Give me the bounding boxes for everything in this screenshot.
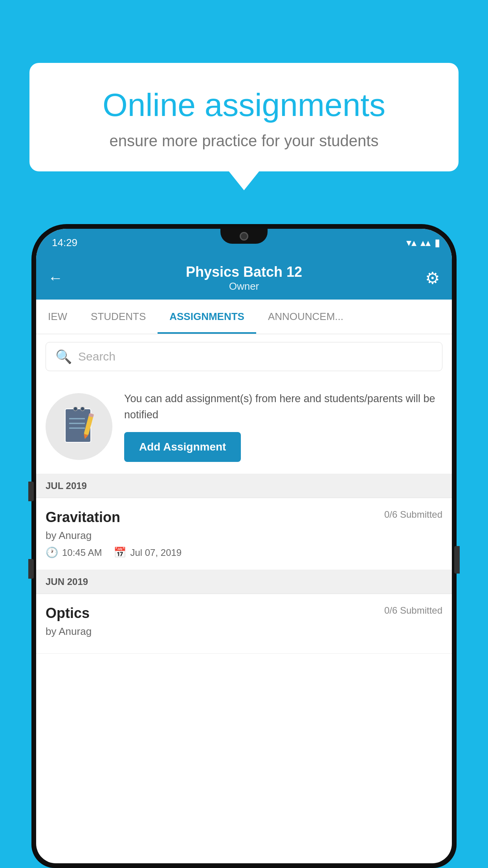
meta-time: 🕐 10:45 AM — [46, 546, 102, 559]
assignment-top: Gravitation 0/6 Submitted — [46, 509, 442, 526]
search-icon: 🔍 — [55, 349, 72, 364]
assignment-item-gravitation[interactable]: Gravitation 0/6 Submitted by Anurag 🕐 10… — [36, 498, 452, 570]
power-button — [454, 546, 460, 574]
signal-icon: ▴▴ — [420, 237, 431, 249]
assignment-submitted: 0/6 Submitted — [384, 509, 442, 520]
phone-frame: 14:29 ▾▴ ▴▴ ▮ ← Physics Batch 12 Owner ⚙… — [31, 224, 457, 868]
assignment-by-optics: by Anurag — [46, 625, 442, 638]
promo-section: You can add assignment(s) from here and … — [36, 379, 452, 474]
header-title: Physics Batch 12 — [63, 264, 425, 280]
speech-bubble-title: Online assignments — [57, 86, 431, 123]
svg-point-5 — [73, 407, 77, 411]
assignment-submitted-optics: 0/6 Submitted — [384, 605, 442, 616]
assignment-title-optics: Optics — [46, 605, 90, 622]
volume-down-button — [28, 559, 34, 579]
notebook-icon — [61, 407, 97, 446]
search-container: 🔍 Search — [36, 334, 452, 379]
assignment-time: 10:45 AM — [62, 547, 102, 558]
tab-students[interactable]: STUDENTS — [79, 300, 158, 334]
promo-content: You can add assignment(s) from here and … — [124, 391, 442, 462]
svg-point-6 — [81, 407, 84, 411]
battery-icon: ▮ — [435, 237, 440, 249]
phone-screen: 14:29 ▾▴ ▴▴ ▮ ← Physics Batch 12 Owner ⚙… — [36, 229, 452, 863]
phone-notch — [220, 229, 268, 244]
promo-text: You can add assignment(s) from here and … — [124, 391, 442, 423]
speech-bubble-subtitle: ensure more practice for your students — [57, 132, 431, 150]
tab-announcements[interactable]: ANNOUNCEM... — [256, 300, 355, 334]
add-assignment-button[interactable]: Add Assignment — [124, 432, 241, 462]
promo-icon-circle — [46, 393, 112, 460]
meta-date: 📅 Jul 07, 2019 — [114, 546, 182, 559]
assignment-meta: 🕐 10:45 AM 📅 Jul 07, 2019 — [46, 546, 442, 559]
section-header-jul: JUL 2019 — [36, 474, 452, 498]
search-bar[interactable]: 🔍 Search — [46, 342, 442, 371]
settings-icon[interactable]: ⚙ — [425, 268, 440, 288]
assignment-top-optics: Optics 0/6 Submitted — [46, 605, 442, 622]
speech-bubble-container: Online assignments ensure more practice … — [29, 63, 459, 171]
assignment-title: Gravitation — [46, 509, 120, 526]
header-title-area: Physics Batch 12 Owner — [63, 264, 425, 292]
tab-iew[interactable]: IEW — [36, 300, 79, 334]
header-subtitle: Owner — [229, 280, 259, 292]
clock-icon: 🕐 — [46, 546, 58, 559]
assignment-by: by Anurag — [46, 530, 442, 542]
tab-assignments[interactable]: ASSIGNMENTS — [158, 300, 256, 334]
assignment-item-optics[interactable]: Optics 0/6 Submitted by Anurag — [36, 594, 452, 654]
search-placeholder: Search — [78, 350, 116, 363]
speech-bubble: Online assignments ensure more practice … — [29, 63, 459, 171]
section-header-jun: JUN 2019 — [36, 570, 452, 594]
assignment-date: Jul 07, 2019 — [130, 547, 182, 558]
wifi-icon: ▾▴ — [406, 237, 416, 249]
app-header: ← Physics Batch 12 Owner ⚙ — [36, 256, 452, 300]
back-button[interactable]: ← — [48, 270, 63, 287]
status-time: 14:29 — [48, 237, 77, 249]
volume-up-button — [28, 482, 34, 501]
tabs-container: IEW STUDENTS ASSIGNMENTS ANNOUNCEM... — [36, 300, 452, 334]
calendar-icon: 📅 — [114, 546, 126, 559]
front-camera — [240, 232, 248, 241]
status-icons: ▾▴ ▴▴ ▮ — [406, 237, 440, 249]
